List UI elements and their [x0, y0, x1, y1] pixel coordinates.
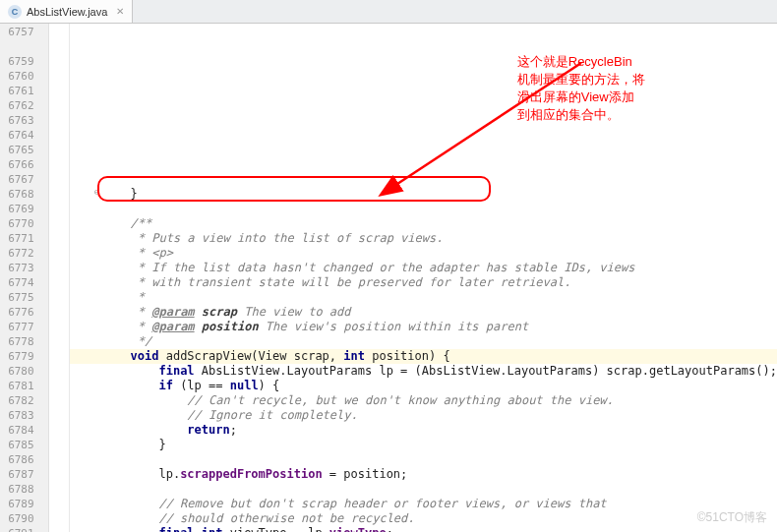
marker-gutter: ⊖ [49, 24, 70, 532]
code-line[interactable]: return; [70, 423, 777, 438]
line-number: 6784 [0, 423, 34, 438]
line-number: 6757 [0, 25, 34, 39]
line-number: 6773 [0, 261, 34, 275]
code-line[interactable]: if (lp == null) { [70, 379, 777, 393]
line-number: 6760 [0, 69, 34, 84]
line-number: 6778 [0, 334, 34, 349]
editor-area: 6757 67596760676167626763676467656766676… [0, 24, 777, 532]
line-number: 6770 [0, 216, 34, 231]
code-line[interactable] [70, 202, 777, 216]
line-number: 6759 [0, 54, 34, 69]
line-number: 6777 [0, 320, 34, 334]
line-number: 6789 [0, 497, 34, 511]
code-line[interactable]: } [70, 438, 777, 452]
code-line[interactable]: // Remove but don't scrap header or foot… [70, 497, 777, 511]
line-number: 6790 [0, 511, 34, 526]
code-line[interactable] [70, 482, 777, 497]
code-line[interactable]: * Puts a view into the list of scrap vie… [70, 231, 777, 246]
line-number: 6781 [0, 379, 34, 393]
code-line[interactable]: * If the list data hasn't changed or the… [70, 261, 777, 275]
java-class-icon: C [8, 5, 22, 19]
code-line[interactable]: * with transient state will be preserved… [70, 275, 777, 290]
line-number: 6772 [0, 246, 34, 261]
line-number: 6776 [0, 305, 34, 320]
line-number: 6769 [0, 202, 34, 216]
annotation-text: 这个就是RecycleBin 机制最重要的方法，将 滑出屏幕的View添加 到相… [517, 53, 645, 124]
code-line[interactable]: final int viewType = lp.viewType; [70, 526, 777, 532]
line-number [0, 39, 34, 54]
code-line[interactable]: void addScrapView(View scrap, int positi… [70, 349, 777, 364]
code-line[interactable]: // Can't recycle, but we don't know anyt… [70, 393, 777, 408]
line-number: 6788 [0, 482, 34, 497]
tab-filename: AbsListView.java [27, 6, 107, 18]
close-icon[interactable]: ✕ [116, 6, 124, 17]
code-line[interactable]: lp.scrappedFromPosition = position; [70, 467, 777, 482]
code-line[interactable]: /** [70, 216, 777, 231]
line-number: 6764 [0, 128, 34, 143]
line-number: 6785 [0, 438, 34, 452]
line-number: 6783 [0, 408, 34, 423]
code-line[interactable] [70, 452, 777, 467]
line-number: 6774 [0, 275, 34, 290]
line-number: 6775 [0, 290, 34, 305]
line-number: 6768 [0, 187, 34, 202]
code-line[interactable]: // should otherwise not be recycled. [70, 511, 777, 526]
line-number-gutter: 6757 67596760676167626763676467656766676… [0, 24, 49, 532]
line-number: 6782 [0, 393, 34, 408]
line-number: 6766 [0, 157, 34, 172]
tab-bar: C AbsListView.java ✕ [0, 0, 777, 24]
line-number: 6787 [0, 467, 34, 482]
line-number: 6761 [0, 84, 34, 98]
line-number: 6762 [0, 98, 34, 113]
line-number: 6780 [0, 364, 34, 379]
line-number: 6763 [0, 113, 34, 128]
line-number: 6779 [0, 349, 34, 364]
code-line[interactable]: // Ignore it completely. [70, 408, 777, 423]
line-number: 6767 [0, 172, 34, 187]
code-line[interactable]: * <p> [70, 246, 777, 261]
file-tab[interactable]: C AbsListView.java ✕ [0, 0, 133, 23]
code-line[interactable]: * [70, 290, 777, 305]
line-number: 6771 [0, 231, 34, 246]
line-number: 6765 [0, 143, 34, 157]
line-number: 6786 [0, 452, 34, 467]
code-line[interactable]: */ [70, 334, 777, 349]
code-line[interactable]: * @param scrap The view to add [70, 305, 777, 320]
code-line[interactable]: } [70, 187, 777, 202]
code-content[interactable]: 这个就是RecycleBin 机制最重要的方法，将 滑出屏幕的View添加 到相… [70, 24, 777, 532]
line-number: 6791 [0, 526, 34, 532]
code-line[interactable]: final AbsListView.LayoutParams lp = (Abs… [70, 364, 777, 379]
code-line[interactable]: * @param position The view's position wi… [70, 320, 777, 334]
watermark: ©51CTO博客 [697, 509, 767, 526]
